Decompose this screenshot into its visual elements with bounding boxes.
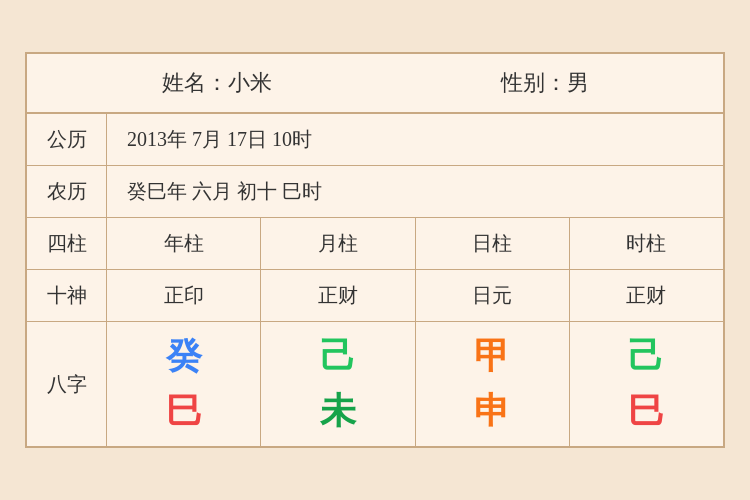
name-label: 姓名：小米 bbox=[162, 68, 272, 98]
lunar-row: 农历 癸巳年 六月 初十 巳时 bbox=[27, 166, 723, 218]
solar-row: 公历 2013年 7月 17日 10时 bbox=[27, 114, 723, 166]
solar-label: 公历 bbox=[27, 114, 107, 165]
bazhi-col-2: 甲 申 bbox=[416, 322, 570, 446]
bazhi-0-bottom: 巳 bbox=[166, 387, 202, 436]
lunar-label: 农历 bbox=[27, 166, 107, 217]
bazhi-3-bottom: 巳 bbox=[628, 387, 664, 436]
gender-label: 性别：男 bbox=[501, 68, 589, 98]
shishen-label: 十神 bbox=[27, 270, 107, 321]
header-row: 姓名：小米 性别：男 bbox=[27, 54, 723, 114]
sizhu-row: 四柱 年柱 月柱 日柱 时柱 bbox=[27, 218, 723, 270]
bazhi-label: 八字 bbox=[27, 322, 107, 446]
main-container: 姓名：小米 性别：男 公历 2013年 7月 17日 10时 农历 癸巳年 六月… bbox=[25, 52, 725, 448]
sizhu-col-3: 时柱 bbox=[570, 218, 723, 269]
shishen-col-2: 日元 bbox=[416, 270, 570, 321]
bazhi-row: 八字 癸 巳 己 未 甲 申 己 巳 bbox=[27, 322, 723, 446]
shishen-col-1: 正财 bbox=[261, 270, 415, 321]
solar-value: 2013年 7月 17日 10时 bbox=[107, 114, 723, 165]
bazhi-col-1: 己 未 bbox=[261, 322, 415, 446]
sizhu-col-1: 月柱 bbox=[261, 218, 415, 269]
lunar-value: 癸巳年 六月 初十 巳时 bbox=[107, 166, 723, 217]
sizhu-label: 四柱 bbox=[27, 218, 107, 269]
sizhu-col-2: 日柱 bbox=[416, 218, 570, 269]
bazhi-1-top: 己 bbox=[320, 332, 356, 381]
bazhi-1-bottom: 未 bbox=[320, 387, 356, 436]
bazhi-2-bottom: 申 bbox=[474, 387, 510, 436]
bazhi-col-3: 己 巳 bbox=[570, 322, 723, 446]
bazhi-col-0: 癸 巳 bbox=[107, 322, 261, 446]
shishen-row: 十神 正印 正财 日元 正财 bbox=[27, 270, 723, 322]
bazhi-0-top: 癸 bbox=[166, 332, 202, 381]
bazhi-3-top: 己 bbox=[628, 332, 664, 381]
shishen-col-0: 正印 bbox=[107, 270, 261, 321]
sizhu-col-0: 年柱 bbox=[107, 218, 261, 269]
shishen-col-3: 正财 bbox=[570, 270, 723, 321]
bazhi-2-top: 甲 bbox=[474, 332, 510, 381]
